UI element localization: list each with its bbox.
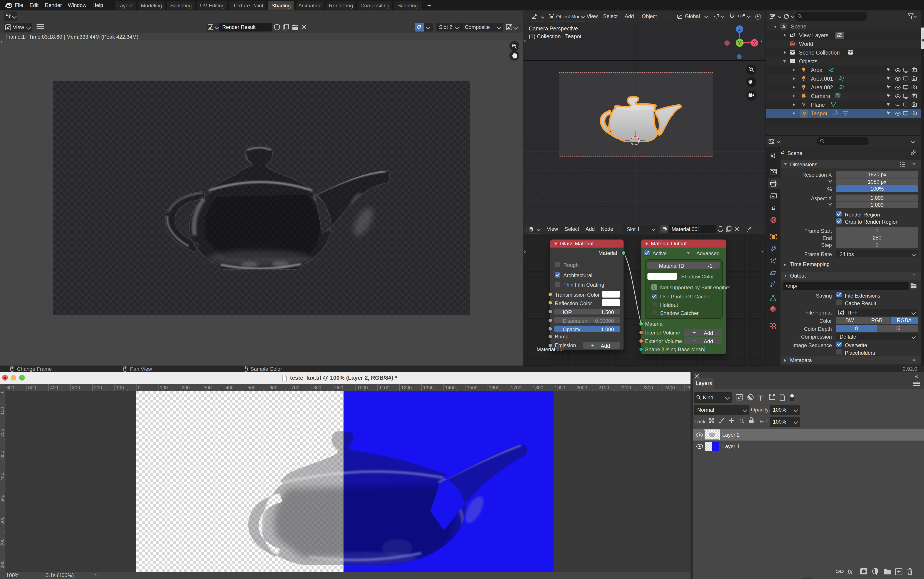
svg-text:600: 600: [269, 385, 277, 390]
svg-text:Plane: Plane: [811, 102, 825, 108]
svg-text:1500: 1500: [467, 385, 477, 390]
svg-text:0: 0: [138, 385, 141, 390]
svg-text:500: 500: [0, 495, 5, 503]
svg-text:2000: 2000: [577, 385, 587, 390]
svg-text:500: 500: [28, 385, 36, 390]
svg-text:World: World: [799, 41, 813, 47]
svg-text:2100: 2100: [598, 385, 609, 390]
svg-text:100: 100: [116, 385, 124, 390]
svg-text:1300: 1300: [423, 385, 434, 390]
svg-text:1000: 1000: [357, 385, 368, 390]
svg-text:Objects: Objects: [799, 58, 818, 64]
svg-text:400: 400: [0, 473, 5, 481]
svg-text:1600: 1600: [489, 385, 500, 390]
svg-text:700: 700: [291, 385, 299, 390]
svg-text:1400: 1400: [445, 385, 456, 390]
svg-text:Camera: Camera: [811, 93, 830, 99]
svg-text:Area.001: Area.001: [811, 76, 833, 82]
svg-text:Teapot: Teapot: [811, 110, 827, 116]
svg-text:Scene: Scene: [791, 23, 806, 29]
svg-text:1900: 1900: [555, 385, 565, 390]
svg-text:300: 300: [204, 385, 212, 390]
svg-text:Camera Perspective: Camera Perspective: [529, 25, 578, 31]
svg-text:1800: 1800: [532, 385, 543, 390]
svg-text:300: 300: [72, 385, 80, 390]
svg-text:0: 0: [0, 391, 5, 393]
svg-text:(1) Collection | Teapot: (1) Collection | Teapot: [529, 33, 582, 39]
svg-text:200: 200: [0, 429, 5, 437]
svg-text:View Layers: View Layers: [799, 32, 829, 38]
svg-text:400: 400: [50, 385, 58, 390]
svg-text:2400: 2400: [664, 385, 675, 390]
svg-text:200: 200: [182, 385, 190, 390]
svg-text:500: 500: [247, 385, 256, 390]
svg-text:Area.002: Area.002: [811, 84, 833, 90]
svg-text:300: 300: [0, 451, 5, 459]
svg-text:200: 200: [94, 385, 102, 390]
svg-text:600: 600: [0, 517, 5, 525]
svg-text:X: X: [753, 40, 756, 46]
svg-text:‹: ‹: [761, 38, 763, 44]
svg-text:›: ›: [524, 38, 526, 44]
svg-text:1200: 1200: [401, 385, 412, 390]
svg-text:800: 800: [313, 385, 321, 390]
svg-text:1100: 1100: [379, 385, 389, 390]
svg-text:100: 100: [160, 385, 168, 390]
svg-text:2500: 2500: [686, 385, 690, 390]
svg-text:Z: Z: [738, 26, 741, 32]
svg-text:Y: Y: [738, 40, 741, 46]
svg-text:600: 600: [6, 385, 14, 390]
svg-text:400: 400: [226, 385, 234, 390]
svg-text:1700: 1700: [511, 385, 521, 390]
svg-text:700: 700: [0, 538, 5, 546]
svg-text:Area: Area: [811, 67, 822, 73]
svg-text:2300: 2300: [642, 385, 653, 390]
svg-text:100: 100: [0, 407, 5, 415]
svg-text:800: 800: [0, 560, 5, 568]
svg-text:900: 900: [335, 385, 343, 390]
svg-text:2200: 2200: [621, 385, 631, 390]
svg-text:Scene Collection: Scene Collection: [799, 49, 840, 56]
